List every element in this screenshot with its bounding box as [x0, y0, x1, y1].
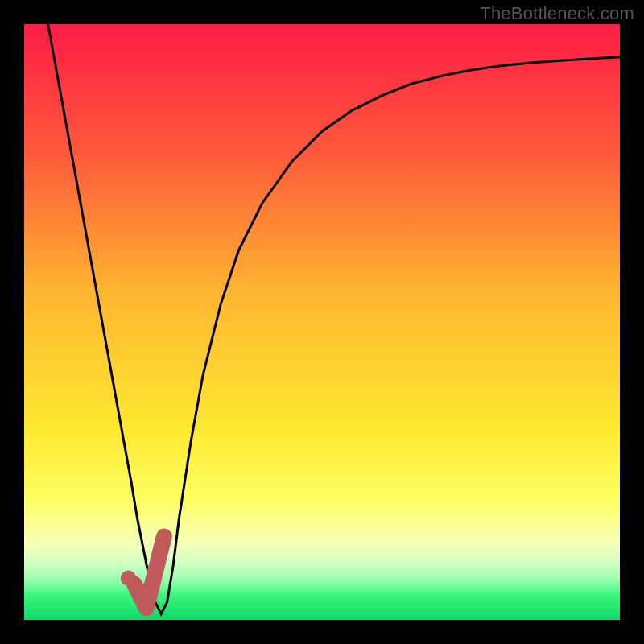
marker-layer [24, 24, 620, 620]
attribution-text: TheBottleneck.com [480, 3, 634, 24]
highlight-dot [121, 571, 136, 586]
chart-frame: TheBottleneck.com [0, 0, 644, 644]
plot-area [24, 24, 620, 620]
